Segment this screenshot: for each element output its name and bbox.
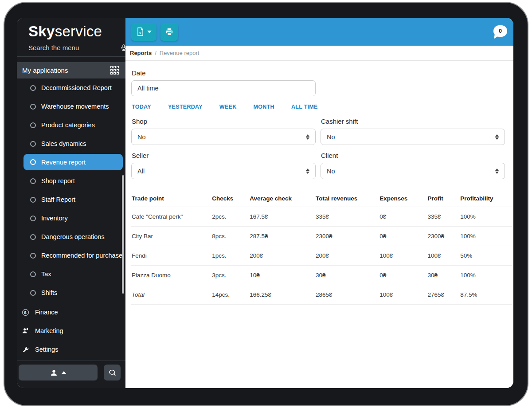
cell-trade-point: City Bar bbox=[131, 227, 211, 246]
sidebar-menu-item[interactable]: Revenue report bbox=[23, 154, 123, 170]
revenue-report-table: Trade point Checks Average check Total r… bbox=[131, 190, 512, 305]
total-profit: 2765₴ bbox=[427, 285, 460, 305]
sidebar-menu-item-label: Revenue report bbox=[41, 159, 86, 166]
circle-icon bbox=[30, 290, 36, 296]
circle-icon bbox=[30, 197, 36, 203]
quick-range-link[interactable]: YESTERDAY bbox=[168, 104, 203, 110]
sidebar-menu-item-label: Inventory bbox=[41, 215, 68, 222]
cell-trade-point: Piazza Duomo bbox=[131, 266, 211, 285]
cell-profit: 2300₴ bbox=[427, 227, 460, 246]
circle-icon bbox=[30, 85, 36, 91]
cell-checks: 3pcs. bbox=[211, 266, 249, 285]
tablet-frame: Skyservice My applications bbox=[4, 2, 528, 406]
page-background: Skyservice My applications bbox=[0, 0, 532, 408]
caret-up-icon bbox=[62, 371, 66, 374]
cashier-shift-select[interactable]: No bbox=[321, 129, 505, 145]
cell-total-revenues: 30₴ bbox=[315, 266, 379, 285]
quick-range-links: TODAY YESTERDAY WEEK MONTH ALL TIME bbox=[132, 104, 505, 110]
support-chat-button[interactable] bbox=[104, 365, 121, 381]
sidebar-action-bar bbox=[17, 361, 125, 388]
cell-profitability: 100% bbox=[460, 266, 512, 285]
logo-bold-part: Sky bbox=[28, 23, 55, 39]
cell-profit: 335₴ bbox=[427, 207, 460, 227]
client-select[interactable]: No bbox=[321, 163, 505, 179]
cell-expenses: 0₴ bbox=[379, 227, 427, 246]
cell-expenses: 0₴ bbox=[379, 207, 427, 227]
cell-average-check: 167.5₴ bbox=[249, 207, 315, 227]
cell-average-check: 10₴ bbox=[249, 266, 315, 285]
chat-notifications-badge[interactable]: 0 bbox=[493, 25, 507, 37]
total-checks: 14pcs. bbox=[211, 285, 249, 305]
sidebar-menu-item[interactable]: Product categories bbox=[17, 116, 125, 134]
quick-range-link[interactable]: TODAY bbox=[132, 104, 151, 110]
quick-range-link[interactable]: ALL TIME bbox=[291, 104, 318, 110]
cell-trade-point: Cafe "Central perk" bbox=[131, 207, 211, 227]
breadcrumb-parent[interactable]: Reports bbox=[130, 50, 152, 56]
sidebar-menu-item[interactable]: Sales dynamics bbox=[17, 134, 125, 153]
table-row: Piazza Duomo 3pcs. 10₴ 30₴ 0₴ 30₴ 100% bbox=[131, 266, 512, 285]
date-label: Date bbox=[132, 69, 505, 77]
select-arrows-icon bbox=[495, 134, 499, 140]
date-input[interactable] bbox=[131, 80, 316, 96]
menu-search-row bbox=[17, 40, 125, 56]
my-applications-header[interactable]: My applications bbox=[17, 62, 125, 78]
cell-expenses: 100₴ bbox=[379, 246, 427, 266]
sidebar-item-finance[interactable]: $ Finance bbox=[17, 303, 125, 322]
cell-checks: 8pcs. bbox=[211, 227, 249, 246]
total-revenues: 2865₴ bbox=[315, 285, 379, 305]
table-header-row: Trade point Checks Average check Total r… bbox=[131, 190, 512, 207]
circle-icon bbox=[30, 122, 36, 128]
cell-profit: 30₴ bbox=[427, 266, 460, 285]
cell-average-check: 200₴ bbox=[249, 246, 315, 266]
cell-total-revenues: 335₴ bbox=[315, 207, 379, 227]
cell-total-revenues: 2300₴ bbox=[315, 227, 379, 246]
export-excel-button[interactable]: x bbox=[131, 23, 156, 41]
sidebar-menu-item[interactable]: Dangerous operations bbox=[17, 228, 125, 246]
shop-select[interactable]: No bbox=[131, 129, 316, 145]
sidebar-footer-menu: $ Finance Marketing bbox=[17, 303, 125, 359]
breadcrumb-current: Revenue report bbox=[160, 50, 200, 56]
breadcrumb: Reports / Revenue report bbox=[125, 46, 513, 61]
main-area: x 0 bbox=[125, 18, 513, 388]
circle-icon bbox=[30, 178, 36, 184]
sidebar-menu-item[interactable]: Shifts bbox=[17, 283, 125, 302]
menu-search-input[interactable] bbox=[28, 44, 117, 51]
cell-expenses: 0₴ bbox=[379, 266, 427, 285]
sidebar-menu-item[interactable]: Staff Report bbox=[17, 190, 125, 209]
table-header-cell: Total revenues bbox=[315, 190, 379, 207]
grid-icon bbox=[110, 66, 119, 75]
user-menu-button[interactable] bbox=[19, 365, 98, 381]
circle-icon bbox=[30, 104, 36, 110]
cashier-shift-label: Cashier shift bbox=[321, 118, 505, 125]
sidebar-item-marketing[interactable]: Marketing bbox=[17, 322, 125, 340]
sidebar-menu-item[interactable]: Shop report bbox=[17, 172, 125, 190]
cashier-shift-filter: Cashier shift No bbox=[321, 118, 505, 145]
sidebar-item-settings[interactable]: Settings bbox=[17, 340, 125, 359]
table-row: Fendi 1pcs. 200₴ 200₴ 100₴ 100₴ 50% bbox=[131, 246, 512, 266]
cell-profitability: 100% bbox=[460, 207, 512, 227]
table-body: Cafe "Central perk" 2pcs. 167.5₴ 335₴ 0₴… bbox=[131, 207, 512, 285]
sidebar-menu-item[interactable]: Tax bbox=[17, 265, 125, 283]
svg-text:x: x bbox=[139, 31, 141, 35]
sidebar-item-label: Settings bbox=[35, 346, 58, 353]
chat-count: 0 bbox=[499, 28, 502, 34]
sidebar-menu-item[interactable]: Recommended for purchase bbox=[17, 246, 125, 265]
sidebar-menu-item-label: Recommended for purchase bbox=[41, 252, 122, 259]
sidebar-menu: Decommissioned Report Warehouse movement… bbox=[17, 78, 125, 302]
table-header-cell: Checks bbox=[211, 190, 249, 207]
cell-profitability: 50% bbox=[460, 246, 512, 266]
print-button[interactable] bbox=[160, 23, 178, 41]
sidebar-menu-item[interactable]: Decommissioned Report bbox=[17, 78, 125, 97]
sidebar-scrollbar[interactable] bbox=[122, 175, 124, 294]
circle-icon bbox=[30, 216, 36, 221]
app-window: Skyservice My applications bbox=[17, 18, 513, 388]
quick-range-link[interactable]: WEEK bbox=[219, 104, 237, 110]
seller-select[interactable]: All bbox=[131, 163, 316, 179]
quick-range-link[interactable]: MONTH bbox=[254, 104, 274, 110]
circle-icon bbox=[30, 141, 36, 147]
sidebar-menu-item[interactable]: Inventory bbox=[17, 209, 125, 228]
sidebar-item-label: Marketing bbox=[35, 327, 63, 334]
sidebar-menu-item[interactable]: Warehouse movements bbox=[17, 97, 125, 116]
client-label: Client bbox=[321, 152, 505, 159]
table-header-cell: Profitability bbox=[460, 190, 512, 207]
